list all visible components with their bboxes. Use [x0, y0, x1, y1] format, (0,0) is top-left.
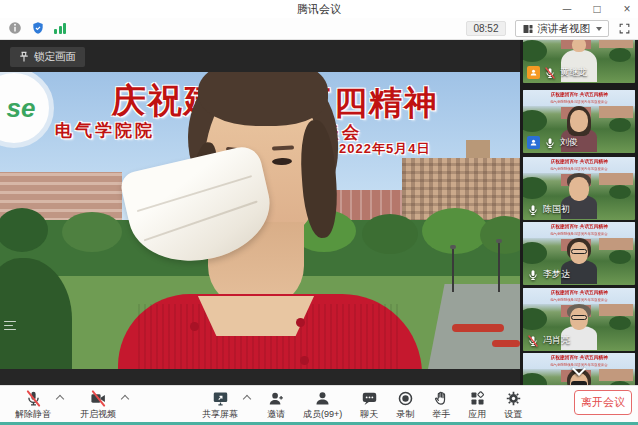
apps-icon — [469, 390, 486, 407]
signal-icon[interactable] — [54, 22, 66, 34]
participant-name-bar: 黄继龙 — [527, 66, 587, 79]
toolbar-item-label: 成员(99+) — [303, 408, 342, 421]
speaker-hair-fringe — [198, 72, 328, 126]
toolbar-item-label: 解除静音 — [15, 408, 51, 421]
raise-hand-icon — [433, 390, 450, 407]
participant-name: 刘俊 — [560, 136, 578, 149]
pin-icon — [19, 51, 29, 63]
pin-view-label: 锁定画面 — [34, 50, 76, 64]
speaker-person — [0, 72, 520, 369]
avatar-icon — [527, 136, 540, 149]
toolbar-item-label: 应用 — [468, 408, 486, 421]
mic-status-icon — [544, 137, 556, 149]
participant-name-bar: 李梦达 — [527, 268, 570, 281]
toolbar-mic-off[interactable]: 解除静音 — [15, 390, 51, 421]
toolbar-item-label: 录制 — [396, 408, 414, 421]
meeting-timer: 08:52 — [466, 21, 505, 36]
mic-status-icon — [527, 335, 539, 347]
members-icon — [314, 390, 331, 407]
thumbnail-banner: 庆祝建团百年 共话五四精神 电气学院院领导与团员青年见面座谈会 — [523, 288, 635, 304]
thumbnail-banner: 庆祝建团百年 共话五四精神 电气学院院领导与团员青年见面座谈会 — [523, 157, 635, 173]
mic-status-icon — [527, 269, 539, 281]
fullscreen-icon[interactable] — [618, 22, 632, 36]
participant-thumbnail[interactable]: 庆祝建团百年 共话五四精神 电气学院院领导与团员青年见面座谈会 刘俊 — [523, 90, 635, 153]
collapse-sidebar-chevron-icon[interactable] — [570, 362, 588, 376]
toolbar-chat[interactable]: 聊天 — [360, 390, 378, 421]
statusbar: 08:52 演讲者视图 — [0, 18, 638, 40]
chevron-down-icon — [596, 27, 602, 31]
toolbar-apps[interactable]: 应用 — [468, 390, 486, 421]
speaker-view-button[interactable]: 演讲者视图 — [515, 20, 610, 37]
bottom-toolbar: 解除静音开启视频共享屏幕邀请成员(99+)聊天录制举手应用设置 离开会议 — [0, 385, 638, 425]
toolbar-settings[interactable]: 设置 — [504, 390, 522, 421]
mic-status-icon — [527, 204, 539, 216]
info-icon[interactable] — [8, 21, 22, 35]
meeting-stage: 锁定画面 se — [0, 40, 638, 385]
settings-icon — [505, 390, 522, 407]
window-title: 腾讯会议 — [0, 2, 638, 17]
camera-off-icon — [90, 390, 107, 407]
record-icon — [397, 390, 414, 407]
participant-thumbnail[interactable]: 庆祝建团百年 共话五四精神 电气学院院领导与团员青年见面座谈会 黄继龙 — [523, 40, 635, 83]
toolbar-item-label: 设置 — [504, 408, 522, 421]
participant-name-bar: 冯肖亮 — [527, 334, 570, 347]
toolbar-members[interactable]: 成员(99+) — [303, 390, 342, 421]
mic-off-icon — [25, 390, 42, 407]
toolbar-raise-hand[interactable]: 举手 — [432, 390, 450, 421]
avatar-icon — [527, 66, 540, 79]
toolbar-item-label: 开启视频 — [80, 408, 116, 421]
mic-status-icon — [544, 67, 556, 79]
participant-name: 李梦达 — [543, 268, 570, 281]
maximize-button[interactable]: □ — [590, 3, 604, 15]
participant-name: 陈国初 — [543, 203, 570, 216]
minimize-button[interactable]: ─ — [560, 3, 574, 15]
invite-icon — [268, 390, 285, 407]
participant-thumbnail[interactable]: 庆祝建团百年 共话五四精神 电气学院院领导与团员青年见面座谈会 冯肖亮 — [523, 288, 635, 351]
toolbar-item-label: 邀请 — [267, 408, 285, 421]
toolbar-record[interactable]: 录制 — [396, 390, 414, 421]
leave-meeting-button[interactable]: 离开会议 — [574, 390, 632, 415]
caption-list-icon[interactable] — [4, 318, 20, 332]
toolbar-item-label: 举手 — [432, 408, 450, 421]
layout-icon — [522, 23, 534, 35]
caret-up-icon[interactable] — [56, 395, 64, 403]
pin-view-button[interactable]: 锁定画面 — [10, 47, 85, 67]
meeting-window: 腾讯会议 ─ □ × 08:52 演讲者视图 — [0, 0, 638, 425]
video-feed: se 庆祝建团 话五四精神 电气学院院 面座谈会 2022年5月4日 — [0, 72, 520, 369]
participant-name: 冯肖亮 — [543, 334, 570, 347]
toolbar-item-label: 共享屏幕 — [202, 408, 238, 421]
participant-thumbnail[interactable]: 庆祝建团百年 共话五四精神 电气学院院领导与团员青年见面座谈会 陈国初 — [523, 157, 635, 220]
participant-name: 黄继龙 — [560, 66, 587, 79]
participants-sidebar: 庆祝建团百年 共话五四精神 电气学院院领导与团员青年见面座谈会 黄继龙 庆祝建团… — [520, 40, 638, 385]
participant-thumbnail[interactable]: 庆祝建团百年 共话五四精神 电气学院院领导与团员青年见面座谈会 李梦达 — [523, 222, 635, 285]
window-controls: ─ □ × — [560, 0, 634, 18]
toolbar-share-screen[interactable]: 共享屏幕 — [202, 390, 238, 421]
thumbnail-banner: 庆祝建团百年 共话五四精神 电气学院院领导与团员青年见面座谈会 — [523, 90, 635, 106]
statusbar-left — [8, 21, 66, 35]
speaker-view-label: 演讲者视图 — [538, 22, 591, 36]
participant-name-bar: 刘俊 — [527, 136, 578, 149]
close-button[interactable]: × — [620, 3, 634, 15]
main-speaker-video[interactable]: 锁定画面 se — [0, 40, 520, 385]
titlebar: 腾讯会议 ─ □ × — [0, 0, 638, 18]
shield-icon[interactable] — [31, 21, 45, 35]
chat-icon — [361, 390, 378, 407]
toolbar-camera-off[interactable]: 开启视频 — [80, 390, 116, 421]
participant-name-bar: 陈国初 — [527, 203, 570, 216]
toolbar-item-label: 聊天 — [360, 408, 378, 421]
toolbar-invite[interactable]: 邀请 — [267, 390, 285, 421]
thumbnail-banner: 庆祝建团百年 共话五四精神 电气学院院领导与团员青年见面座谈会 — [523, 222, 635, 238]
share-screen-icon — [212, 390, 229, 407]
caret-up-icon[interactable] — [243, 395, 251, 403]
caret-up-icon[interactable] — [121, 395, 129, 403]
statusbar-right: 08:52 演讲者视图 — [466, 20, 632, 37]
